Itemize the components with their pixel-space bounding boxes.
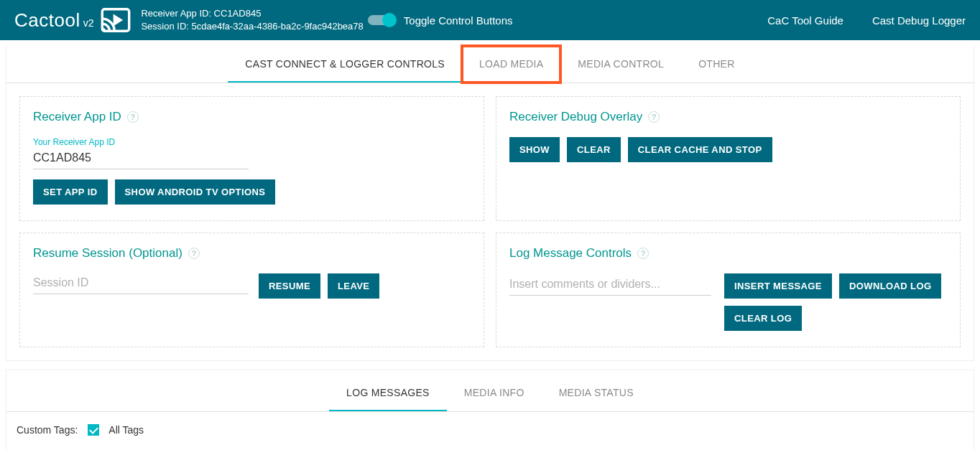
insert-message-button[interactable]: INSERT MESSAGE — [724, 273, 832, 299]
brand-main: Cactool — [14, 9, 80, 32]
cac-tool-guide-link[interactable]: CaC Tool Guide — [767, 14, 843, 27]
log-tabs: LOG MESSAGES MEDIA INFO MEDIA STATUS — [6, 375, 974, 412]
card-receiver-debug-overlay: Receiver Debug Overlay ? SHOW CLEAR CLEA… — [496, 96, 961, 221]
toggle-label: Toggle Control Buttons — [404, 14, 513, 27]
tab-media-info[interactable]: MEDIA INFO — [447, 375, 542, 411]
leave-button[interactable]: LEAVE — [328, 273, 379, 299]
receiver-app-id-field: Your Receiver App ID — [33, 137, 249, 169]
cards-grid: Receiver App ID ? Your Receiver App ID S… — [6, 83, 974, 360]
help-icon[interactable]: ? — [637, 248, 649, 259]
resume-button[interactable]: RESUME — [259, 273, 320, 299]
set-app-id-button[interactable]: SET APP ID — [33, 179, 108, 205]
card-title: Log Message Controls ? — [509, 246, 947, 261]
main-tabs: CAST CONNECT & LOGGER CONTROLS LOAD MEDI… — [6, 46, 974, 83]
session-id-text: Session ID: 5cdae4fa-32aa-4386-ba2c-9fac… — [141, 20, 363, 33]
clear-button[interactable]: CLEAR — [567, 137, 621, 162]
card-title: Receiver Debug Overlay ? — [509, 110, 947, 124]
tab-media-control[interactable]: MEDIA CONTROL — [560, 46, 681, 83]
tab-media-status[interactable]: MEDIA STATUS — [542, 375, 651, 411]
field-label: Your Receiver App ID — [33, 137, 249, 147]
svg-point-2 — [102, 28, 106, 32]
clear-log-button[interactable]: CLEAR LOG — [724, 306, 802, 331]
session-ids: Receiver App ID: CC1AD845 Session ID: 5c… — [141, 7, 363, 33]
svg-marker-1 — [114, 14, 124, 27]
cast-debug-logger-link[interactable]: Cast Debug Logger — [872, 14, 966, 27]
all-tags-checkbox[interactable] — [88, 424, 99, 436]
clear-cache-and-stop-button[interactable]: CLEAR CACHE AND STOP — [628, 137, 772, 162]
session-id-field — [33, 273, 249, 294]
log-comment-input[interactable] — [509, 273, 711, 296]
card-title-text: Log Message Controls — [509, 246, 632, 261]
help-icon[interactable]: ? — [648, 111, 660, 123]
toggle-control-buttons[interactable]: Toggle Control Buttons — [368, 14, 513, 27]
card-title-text: Resume Session (Optional) — [33, 246, 182, 261]
show-button[interactable]: SHOW — [509, 137, 560, 162]
card-log-message-controls: Log Message Controls ? INSERT MESSAGE DO… — [496, 233, 961, 347]
cast-icon — [101, 8, 131, 32]
card-title: Resume Session (Optional) ? — [33, 246, 471, 261]
custom-tags-label: Custom Tags: — [17, 424, 78, 436]
receiver-app-id-text: Receiver App ID: CC1AD845 — [141, 7, 363, 20]
tab-other[interactable]: OTHER — [681, 46, 752, 83]
log-panel: LOG MESSAGES MEDIA INFO MEDIA STATUS Cus… — [6, 370, 974, 450]
help-icon[interactable]: ? — [127, 111, 139, 123]
help-icon[interactable]: ? — [188, 248, 200, 259]
card-receiver-app-id: Receiver App ID ? Your Receiver App ID S… — [19, 96, 484, 221]
main-panel: CAST CONNECT & LOGGER CONTROLS LOAD MEDI… — [6, 46, 974, 361]
receiver-app-id-input[interactable] — [33, 149, 249, 169]
card-title-text: Receiver Debug Overlay — [509, 110, 642, 124]
app-header: Cactool v2 Receiver App ID: CC1AD845 Ses… — [0, 0, 980, 40]
tab-load-media[interactable]: LOAD MEDIA — [462, 46, 560, 83]
tab-cast-connect[interactable]: CAST CONNECT & LOGGER CONTROLS — [228, 46, 462, 83]
show-android-tv-options-button[interactable]: SHOW ANDROID TV OPTIONS — [115, 179, 276, 205]
brand-version: v2 — [83, 17, 94, 29]
download-log-button[interactable]: DOWNLOAD LOG — [839, 273, 942, 299]
card-title-text: Receiver App ID — [33, 110, 121, 124]
card-title: Receiver App ID ? — [33, 110, 471, 124]
toggle-switch-icon — [368, 15, 394, 25]
tab-log-messages[interactable]: LOG MESSAGES — [329, 375, 447, 411]
session-id-input[interactable] — [33, 273, 249, 294]
card-resume-session: Resume Session (Optional) ? RESUME LEAVE — [19, 233, 484, 347]
brand: Cactool v2 — [14, 9, 93, 32]
all-tags-label: All Tags — [108, 424, 144, 436]
custom-tags-row: Custom Tags: All Tags — [6, 412, 974, 438]
